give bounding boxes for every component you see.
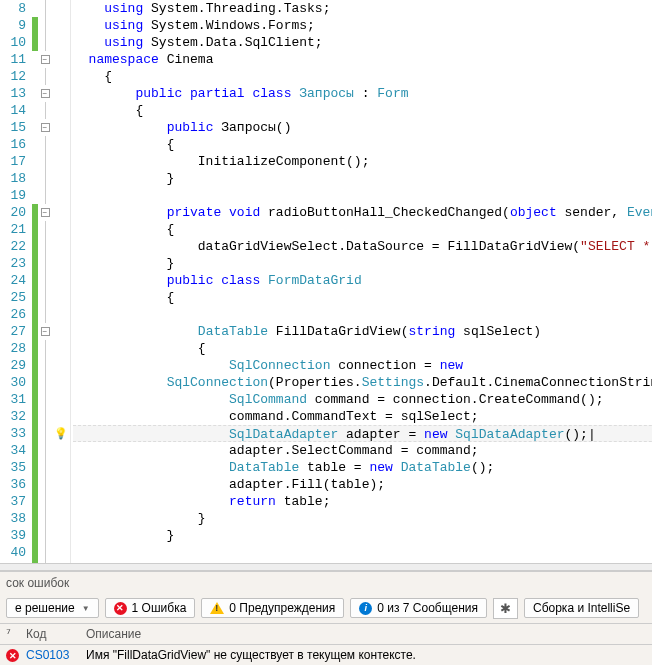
code-line[interactable]: }: [73, 510, 652, 527]
error-list-title: сок ошибок: [0, 572, 652, 594]
code-line[interactable]: {: [73, 136, 652, 153]
code-line[interactable]: using System.Data.SqlClient;: [73, 34, 652, 51]
messages-filter-button[interactable]: i 0 из 7 Сообщения: [350, 598, 487, 618]
code-line[interactable]: public partial class Запросы : Form: [73, 85, 652, 102]
code-line[interactable]: SqlConnection(Properties.Settings.Defaul…: [73, 374, 652, 391]
code-line[interactable]: dataGridViewSelect.DataSource = FillData…: [73, 238, 652, 255]
code-line[interactable]: {: [73, 221, 652, 238]
code-line[interactable]: SqlDataAdapter adapter = new SqlDataAdap…: [73, 425, 652, 442]
code-line[interactable]: {: [73, 340, 652, 357]
build-scope-label: Сборка и IntelliSe: [533, 601, 630, 615]
line-numbers: 8910111213141516171819202122232425262728…: [0, 0, 32, 563]
code-line[interactable]: adapter.SelectCommand = command;: [73, 442, 652, 459]
code-editor[interactable]: 8910111213141516171819202122232425262728…: [0, 0, 652, 563]
code-line[interactable]: {: [73, 68, 652, 85]
code-line[interactable]: }: [73, 527, 652, 544]
lightbulb-column[interactable]: 💡: [52, 0, 70, 563]
error-row[interactable]: ✕ CS0103 Имя "FillDataGridView" не сущес…: [0, 645, 652, 666]
code-line[interactable]: return table;: [73, 493, 652, 510]
code-line[interactable]: command.CommandText = sqlSelect;: [73, 408, 652, 425]
gutter: 8910111213141516171819202122232425262728…: [0, 0, 71, 563]
errors-label: 1 Ошибка: [132, 601, 187, 615]
filter-button[interactable]: ✱: [493, 598, 518, 619]
errors-filter-button[interactable]: ✕ 1 Ошибка: [105, 598, 196, 618]
code-line[interactable]: SqlConnection connection = new: [73, 357, 652, 374]
code-line[interactable]: public Запросы(): [73, 119, 652, 136]
code-line[interactable]: {: [73, 102, 652, 119]
desc-col-header[interactable]: Описание: [86, 627, 646, 641]
error-list-header[interactable]: ⁷ Код Описание: [0, 624, 652, 645]
panel-splitter[interactable]: [0, 563, 652, 571]
code-line[interactable]: adapter.Fill(table);: [73, 476, 652, 493]
scope-label: е решение: [15, 601, 75, 615]
warning-icon: [210, 602, 224, 614]
code-line[interactable]: namespace Cinema: [73, 51, 652, 68]
error-description: Имя "FillDataGridView" не существует в т…: [86, 648, 646, 662]
chevron-down-icon: ▼: [82, 604, 90, 613]
error-code[interactable]: CS0103: [26, 648, 86, 662]
warnings-label: 0 Предупреждения: [229, 601, 335, 615]
code-line[interactable]: public class FormDataGrid: [73, 272, 652, 289]
icon-col-header: ⁷: [6, 627, 26, 641]
info-icon: i: [359, 602, 372, 615]
code-line[interactable]: {: [73, 289, 652, 306]
code-line[interactable]: [73, 544, 652, 561]
code-line[interactable]: }: [73, 255, 652, 272]
code-col-header[interactable]: Код: [26, 627, 86, 641]
scope-dropdown[interactable]: е решение ▼: [6, 598, 99, 618]
error-row-icon: ✕: [6, 648, 26, 663]
error-list-panel: сок ошибок е решение ▼ ✕ 1 Ошибка 0 Пред…: [0, 571, 652, 666]
code-line[interactable]: [73, 306, 652, 323]
build-scope-dropdown[interactable]: Сборка и IntelliSe: [524, 598, 639, 618]
code-line[interactable]: [73, 187, 652, 204]
code-line[interactable]: DataTable table = new DataTable();: [73, 459, 652, 476]
code-line[interactable]: private void radioButtonHall_CheckedChan…: [73, 204, 652, 221]
code-content[interactable]: using System.Threading.Tasks; using Syst…: [71, 0, 652, 563]
messages-label: 0 из 7 Сообщения: [377, 601, 478, 615]
error-icon: ✕: [114, 602, 127, 615]
code-line[interactable]: using System.Windows.Forms;: [73, 17, 652, 34]
code-line[interactable]: InitializeComponent();: [73, 153, 652, 170]
code-line[interactable]: using System.Threading.Tasks;: [73, 0, 652, 17]
code-line[interactable]: }: [73, 170, 652, 187]
code-line[interactable]: DataTable FillDataGridView(string sqlSel…: [73, 323, 652, 340]
warnings-filter-button[interactable]: 0 Предупреждения: [201, 598, 344, 618]
outline-column[interactable]: −−−−−: [38, 0, 52, 563]
lightbulb-icon[interactable]: 💡: [54, 427, 68, 440]
error-toolbar: е решение ▼ ✕ 1 Ошибка 0 Предупреждения …: [0, 594, 652, 624]
code-line[interactable]: SqlCommand command = connection.CreateCo…: [73, 391, 652, 408]
